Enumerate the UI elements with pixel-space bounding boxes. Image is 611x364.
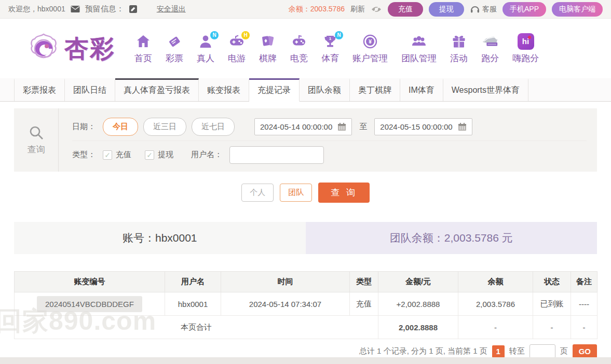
nav-item-account-mgmt[interactable]: ¥ 账户管理 — [346, 33, 395, 64]
tab-aoding-cards[interactable]: 奥丁棋牌 — [350, 78, 400, 101]
tab-team-daily[interactable]: 团队日结 — [65, 78, 115, 101]
cell-change-id: 20240514VBCDBDDEGF — [15, 292, 165, 316]
cell-time: 2024-05-14 07:34:07 — [221, 292, 350, 316]
cell-username: hbx0001 — [165, 292, 221, 316]
badge-h: H — [241, 31, 250, 39]
topbar-left: 欢迎您，hbx0001 预留信息： 安全退出 — [8, 4, 186, 14]
total-label-cell: 本页合计 — [15, 316, 378, 339]
logout-link[interactable]: 安全退出 — [157, 5, 186, 14]
refresh-link[interactable]: 刷新 — [350, 5, 365, 14]
nav-item-lottery[interactable]: 彩票 — [159, 33, 190, 64]
nav-label: 跑分 — [481, 52, 499, 64]
tab-lottery-report[interactable]: 彩票报表 — [14, 78, 65, 101]
recharge-checkbox[interactable]: ✓ — [103, 150, 112, 160]
hi-app-icon: hi — [518, 33, 534, 50]
nav-label: 活动 — [450, 52, 468, 64]
page-jump-input[interactable] — [529, 344, 555, 358]
records-table: 账变编号 用户名 时间 类型 金额/元 余额 状态 备注 20240514VBC… — [14, 271, 598, 339]
search-button[interactable]: 查 询 — [318, 183, 370, 203]
nav-label: 体育 — [321, 52, 339, 64]
withdraw-button[interactable]: 提现 — [429, 2, 464, 17]
checkbox-recharge-wrap[interactable]: ✓ 充值 — [103, 150, 131, 160]
calendar-icon[interactable] — [337, 122, 346, 131]
nav-label: 电竞 — [290, 52, 308, 64]
search-side-block[interactable]: 查询 — [14, 108, 59, 172]
action-buttons: 个人 团队 查 询 — [0, 183, 611, 203]
recharge-checkbox-label: 充值 — [116, 150, 131, 160]
envelope-icon[interactable] — [71, 5, 80, 13]
nav-item-sports[interactable]: 1 N 体育 — [315, 33, 346, 64]
mobile-app-button[interactable]: 手机APP — [503, 2, 546, 17]
nav-item-team-mgmt[interactable]: 团队管理 — [395, 33, 443, 64]
username-input[interactable] — [229, 146, 324, 164]
account-number: 账号：hbx0001 — [14, 222, 306, 254]
table-total-row: 本页合计 2,002.8888 - - - — [15, 316, 598, 339]
nav-item-promotions[interactable]: 活动 — [443, 33, 474, 64]
filter-panel: 查询 日期： 今日 近三日 近七日 2024-05-14 00:00:00 至 … — [14, 108, 597, 172]
pill-today[interactable]: 今日 — [103, 118, 138, 136]
table-header-row: 账变编号 用户名 时间 类型 金额/元 余额 状态 备注 — [15, 272, 598, 292]
col-header-change-id: 账变编号 — [15, 272, 165, 292]
logo-text: 杏彩 — [64, 33, 115, 65]
cards-icon — [260, 33, 276, 50]
balance-text: 余额：2003.5786 — [289, 5, 345, 14]
report-tabs: 彩票报表 团队日结 真人体育盈亏报表 账变报表 充提记录 团队余额 奥丁棋牌 I… — [0, 78, 611, 102]
go-button[interactable]: GO — [573, 344, 597, 358]
gamepad-icon: H — [228, 33, 245, 50]
nav-label: 真人 — [197, 52, 214, 64]
team-balance: 团队余额：2,003.5786 元 — [306, 222, 598, 254]
tab-wesports[interactable]: Wesports世界体育 — [443, 78, 528, 101]
nav-item-esports[interactable]: 电竞 — [283, 33, 315, 64]
total-remark-cell: - — [571, 316, 598, 339]
tab-live-sports-pnl[interactable]: 真人体育盈亏报表 — [115, 78, 199, 101]
ticket-icon — [166, 33, 183, 50]
headset-icon — [470, 5, 480, 13]
nav-item-cards[interactable]: 棋牌 — [252, 33, 283, 64]
calendar-icon[interactable] — [458, 122, 467, 131]
svg-text:¥: ¥ — [369, 38, 372, 45]
col-header-amount: 金额/元 — [378, 272, 458, 292]
nav-item-paofen[interactable]: 跑分 — [474, 33, 506, 64]
withdraw-checkbox[interactable]: ✓ — [145, 150, 154, 160]
eye-off-icon[interactable] — [371, 5, 382, 13]
edit-icon[interactable] — [129, 5, 137, 13]
reserved-info-label: 预留信息： — [85, 4, 124, 14]
tab-recharge-withdraw-records[interactable]: 充提记录 — [249, 78, 300, 102]
total-amount-cell: 2,002.8888 — [378, 316, 458, 339]
col-header-type: 类型 — [350, 272, 378, 292]
total-balance-cell: - — [458, 316, 533, 339]
tab-account-changes[interactable]: 账变报表 — [199, 78, 249, 101]
nav-item-hi-paofen[interactable]: hi 嗨跑分 — [506, 33, 546, 64]
current-page-button[interactable]: 1 — [492, 345, 505, 358]
pc-client-button[interactable]: 电脑客户端 — [552, 2, 603, 17]
change-id-chip: 20240514VBCDBDDEGF — [37, 296, 142, 312]
team-button[interactable]: 团队 — [280, 184, 312, 202]
total-status-cell: - — [533, 316, 571, 339]
page-unit-label: 页 — [560, 346, 568, 356]
username-label: 用户名： — [191, 150, 222, 160]
personal-button[interactable]: 个人 — [241, 184, 274, 202]
customer-service-label: 客服 — [482, 5, 497, 14]
recharge-button[interactable]: 充值 — [388, 2, 423, 17]
site-logo[interactable]: 杏彩 — [27, 32, 115, 65]
pill-last-3-days[interactable]: 近三日 — [143, 118, 186, 136]
filter-form: 日期： 今日 近三日 近七日 2024-05-14 00:00:00 至 202… — [59, 108, 597, 172]
checkbox-withdraw-wrap[interactable]: ✓ 提现 — [145, 150, 173, 160]
date-to-input[interactable]: 2024-05-15 00:00:00 — [374, 118, 472, 135]
yuan-coin-icon: ¥ — [362, 33, 378, 50]
nav-item-live[interactable]: N 真人 — [190, 33, 221, 64]
nav-item-slots[interactable]: H 电游 — [221, 33, 252, 64]
nav-item-home[interactable]: 首页 — [128, 33, 159, 64]
date-range-to-label: 至 — [359, 122, 367, 132]
table-row: 20240514VBCDBDDEGF hbx0001 2024-05-14 07… — [15, 292, 598, 316]
date-from-input[interactable]: 2024-05-14 00:00:00 — [254, 118, 352, 135]
pill-last-7-days[interactable]: 近七日 — [192, 118, 235, 136]
cell-amount: +2,002.8888 — [378, 292, 458, 316]
filter-row-type: 类型： ✓ 充值 ✓ 提现 用户名： — [72, 141, 587, 164]
tab-team-balance[interactable]: 团队余额 — [300, 78, 350, 101]
cell-remark: ---- — [571, 292, 598, 316]
tab-im-sports[interactable]: IM体育 — [400, 78, 443, 101]
col-header-status: 状态 — [533, 272, 571, 292]
col-header-username: 用户名 — [165, 272, 221, 292]
customer-service[interactable]: 客服 — [470, 5, 497, 14]
